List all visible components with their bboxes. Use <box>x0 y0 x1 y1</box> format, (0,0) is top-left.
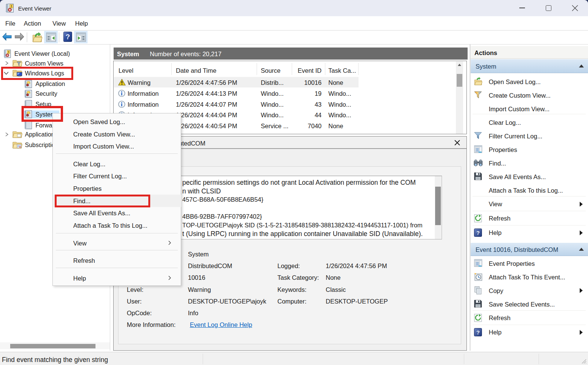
svg-text:?: ? <box>476 329 480 336</box>
svg-text:?: ? <box>476 230 480 236</box>
svg-text:?: ? <box>66 33 70 41</box>
